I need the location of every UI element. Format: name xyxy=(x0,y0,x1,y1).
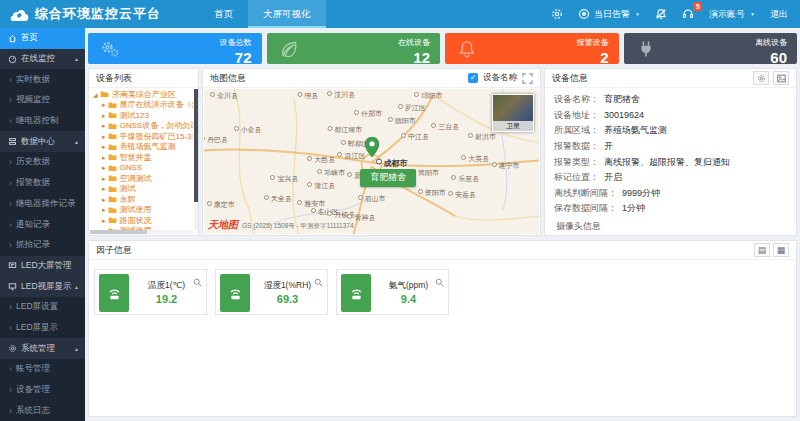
tree-vertical-scrollbar[interactable] xyxy=(194,89,198,230)
tree-item[interactable]: GNSS xyxy=(89,163,193,174)
satellite-layer-button[interactable]: 卫星 xyxy=(492,94,534,132)
tree-item[interactable]: 测试123 xyxy=(89,110,193,121)
sidebar-item-home[interactable]: 首页 xyxy=(0,28,85,49)
tree-root[interactable]: 济南某综合产业区 xyxy=(89,89,193,100)
sidebar-item-alarm-data[interactable]: 报警数据 xyxy=(0,173,85,194)
sidebar-group-led-display[interactable]: LED视屏显示▲ xyxy=(0,276,85,297)
map-city-label: 天全县 xyxy=(264,194,292,204)
tree-item[interactable]: 空调测试 xyxy=(89,173,193,184)
sidebar-group-data-center[interactable]: 数据中心▲ xyxy=(0,131,85,152)
sidebar-item-video-monitor[interactable]: 视频监控 xyxy=(0,90,85,111)
account-dropdown[interactable]: 演示账号 xyxy=(709,8,755,21)
map-city-label: 什邡市 xyxy=(354,109,382,119)
device-name-checkbox-label: 设备名称 xyxy=(483,72,517,84)
map-city-label: 成都市 xyxy=(376,157,408,168)
device-name-checkbox[interactable] xyxy=(468,73,478,83)
tree-item[interactable]: 测试使用 xyxy=(89,205,193,216)
sensor-icon xyxy=(341,274,371,312)
nav-item-home[interactable]: 首页 xyxy=(199,0,248,28)
map-city-label: 乐至县 xyxy=(451,174,479,184)
tree-caret-icon[interactable] xyxy=(93,90,100,99)
gauge-icon xyxy=(8,55,17,64)
map-title: 地图信息 xyxy=(210,72,246,85)
sidebar-item-history-data[interactable]: 历史数据 xyxy=(0,152,85,173)
map-city-label: 眉山市 xyxy=(358,194,386,204)
magnifier-icon[interactable] xyxy=(314,273,323,291)
sidebar-group-online-monitor[interactable]: 在线监控▲ xyxy=(0,49,85,70)
map-city-label: 罗江区 xyxy=(398,103,426,113)
daily-alarm-dropdown[interactable]: 当日告警 xyxy=(578,8,640,21)
mute-bell-icon[interactable] xyxy=(655,8,667,20)
sidebar-item-relay-log[interactable]: 继电器操作记录 xyxy=(0,194,85,215)
tree-item[interactable]: 展厅在线演示设备（勿 xyxy=(89,100,193,111)
stat-card-alarm-devices: 报警设备2 xyxy=(445,33,619,64)
device-settings-button[interactable] xyxy=(753,71,769,85)
tree-item[interactable]: GNSS设备，勿动勿改 xyxy=(89,121,193,132)
device-marker-label[interactable]: 育肥猪舍 xyxy=(360,169,416,187)
map-city-label: 三台县 xyxy=(431,122,459,132)
sidebar-item-led-screen-mgmt[interactable]: LED大屏管理 xyxy=(0,256,85,277)
sidebar-item-relay-control[interactable]: 继电器控制 xyxy=(0,111,85,132)
folder-icon xyxy=(108,195,117,203)
gear-icon xyxy=(8,344,17,353)
map-city-label: 温江区 xyxy=(337,151,365,161)
factor-card-temperature[interactable]: 温度1(℃) 19.2 xyxy=(94,269,207,315)
magnifier-icon[interactable] xyxy=(435,273,444,291)
sidebar-item-snapshot-log[interactable]: 抓拍记录 xyxy=(0,235,85,256)
tree-item[interactable]: 养殖场氨气监测 xyxy=(89,142,193,153)
folder-icon xyxy=(100,90,109,98)
tree-item[interactable]: 测试 xyxy=(89,184,193,195)
map-city-label: 大邑县 xyxy=(307,155,335,165)
map-city-label: 蒲江县 xyxy=(307,181,335,191)
list-view-toggle-icon[interactable] xyxy=(754,243,770,257)
tree-item[interactable]: 永辉 xyxy=(89,194,193,205)
collapse-caret-icon: ▲ xyxy=(74,139,79,145)
grid-view-toggle-icon[interactable] xyxy=(773,243,789,257)
nav-item-bigscreen[interactable]: 大屏可视化 xyxy=(248,0,326,28)
map-city-label: 绵阳市 xyxy=(414,91,442,101)
sidebar-item-device-mgmt[interactable]: 设备管理 xyxy=(0,380,85,401)
theme-gear-icon[interactable] xyxy=(551,8,563,20)
sidebar-item-realtime-data[interactable]: 实时数据 xyxy=(0,69,85,90)
map-city-label: 康定市 xyxy=(207,200,235,210)
map-city-label: 中江县 xyxy=(401,132,429,142)
sensor-icon xyxy=(99,274,129,312)
camera-info-section[interactable]: 摄像头信息 xyxy=(554,219,787,236)
leaf-icon xyxy=(279,39,299,59)
map-city-label: 资阳市 xyxy=(418,188,446,198)
sidebar-item-system-log[interactable]: 系统日志 xyxy=(0,400,85,421)
folder-icon xyxy=(108,216,117,224)
map-panel: 地图信息 设备名称 xyxy=(202,68,541,236)
tree-horizontal-scrollbar[interactable] xyxy=(90,230,193,234)
device-info-fields: 设备名称：育肥猪舍 设备地址：30019624 所属区域：养殖场氨气监测 报警数… xyxy=(545,88,796,236)
device-image-button[interactable] xyxy=(773,71,789,85)
sidebar-item-account-mgmt[interactable]: 账号管理 xyxy=(0,359,85,380)
device-tree: 济南某综合产业区 展厅在线演示设备（勿 测试123 GNSS设备，勿动勿改 平煤… xyxy=(89,89,193,230)
folder-icon xyxy=(108,174,117,182)
map-city-label: 宝兴县 xyxy=(270,174,298,184)
device-map-pin[interactable] xyxy=(364,137,379,157)
panels-row: 设备列表 济南某综合产业区 展厅在线演示设备（勿 测试123 GNSS设备，勿动… xyxy=(88,68,797,236)
sidebar-item-notice-log[interactable]: 通知记录 xyxy=(0,214,85,235)
device-info-title: 设备信息 xyxy=(552,72,588,85)
logout-button[interactable]: 退出 xyxy=(770,8,788,21)
message-headset-icon[interactable]: 5 xyxy=(682,8,694,20)
map-expand-icon[interactable] xyxy=(522,73,533,84)
tree-item[interactable]: 平煤股份四矿已15-31 xyxy=(89,131,193,142)
sidebar-item-led-settings[interactable]: LED屏设置 xyxy=(0,297,85,318)
magnifier-icon[interactable] xyxy=(193,273,202,291)
device-info-panel: 设备信息 设备名称：育肥猪舍 设备地址：30019624 所属区域：养殖场氨气监… xyxy=(544,68,797,236)
notification-badge: 5 xyxy=(693,2,702,11)
map-city-label: 金川县 xyxy=(210,91,238,101)
sidebar-item-led-show[interactable]: LED屏显示 xyxy=(0,318,85,339)
tree-item[interactable]: 路面状况 xyxy=(89,215,193,226)
factor-card-humidity[interactable]: 湿度1(%RH) 69.3 xyxy=(215,269,328,315)
alarm-target-icon xyxy=(578,8,590,20)
factor-cards: 温度1(℃) 19.2 湿度1(%RH) 69.3 xyxy=(89,260,796,324)
sidebar-group-system-mgmt[interactable]: 系统管理▲ xyxy=(0,338,85,359)
factor-card-ammonia[interactable]: 氨气(ppm) 9.4 xyxy=(336,269,449,315)
folder-icon xyxy=(108,185,117,193)
map-canvas[interactable]: 金川县 理县 汶川县 绵阳市 罗江区 什邡市 德阳市 中江县 三台县 射洪市 大… xyxy=(204,89,539,234)
home-icon xyxy=(8,34,17,43)
tree-item[interactable]: 智慧井盖 xyxy=(89,152,193,163)
